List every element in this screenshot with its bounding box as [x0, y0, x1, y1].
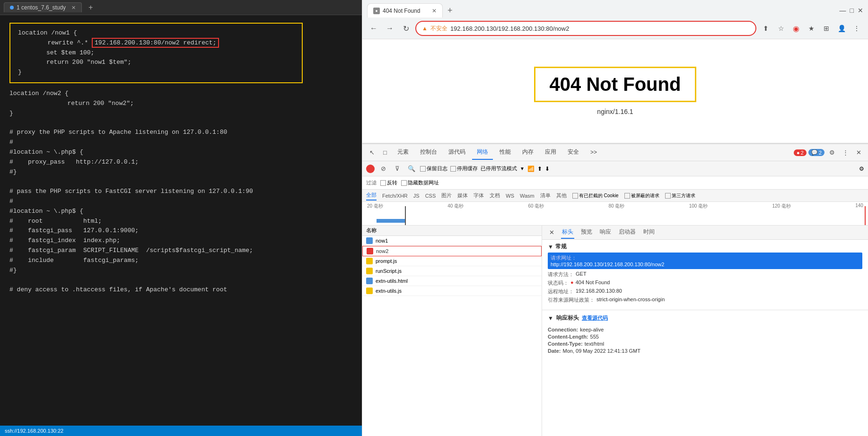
- blocked-filter: 被屏蔽的请求: [624, 192, 659, 199]
- devtools-tab-elements[interactable]: 元素: [393, 145, 413, 160]
- net-tab-media[interactable]: 媒体: [457, 191, 468, 200]
- devtools-cursor-icon[interactable]: ↖: [366, 147, 377, 158]
- devtools-tab-network[interactable]: 网络: [472, 145, 493, 160]
- menu-icon[interactable]: ⋮: [850, 22, 863, 35]
- preserve-log-checkbox[interactable]: [420, 166, 426, 172]
- blocked-checkbox[interactable]: [624, 193, 630, 199]
- devtools-tab-memory[interactable]: 内存: [517, 145, 538, 160]
- search-button[interactable]: 🔍: [406, 163, 417, 174]
- devtools-tab-security[interactable]: 安全: [563, 145, 584, 160]
- favorites-icon[interactable]: ★: [805, 22, 818, 35]
- net-tab-js[interactable]: JS: [413, 192, 420, 200]
- share-icon[interactable]: ⬆: [759, 22, 772, 35]
- close-window-button[interactable]: ✕: [858, 7, 863, 14]
- details-close-button[interactable]: ✕: [546, 227, 557, 238]
- devtools-device-icon[interactable]: □: [379, 147, 391, 158]
- referrer-policy-row: 引荐来源网址政策： strict-origin-when-cross-origi…: [548, 296, 862, 304]
- request-url-row: 请求网址： http://192.168.200.130/192.168.200…: [548, 253, 862, 269]
- throttle-select[interactable]: 已停用节流模式: [481, 165, 517, 172]
- devtools-close-icon[interactable]: ✕: [853, 147, 864, 158]
- browser-tab-active[interactable]: ● 404 Not Found ✕: [367, 3, 443, 17]
- browser-chrome: ● 404 Not Found ✕ + — □ ✕ ← → ↻ ▲ 不安全 19…: [362, 0, 868, 39]
- tab-close-button[interactable]: ✕: [432, 8, 437, 14]
- network-list: 名称 now1 now2 prompt.js: [362, 226, 542, 436]
- network-item-now1[interactable]: now1: [362, 236, 542, 246]
- minimize-button[interactable]: —: [840, 7, 846, 14]
- net-tab-img[interactable]: 图片: [441, 191, 452, 200]
- download-icon[interactable]: ⬇: [545, 166, 550, 172]
- forward-button[interactable]: →: [383, 22, 396, 35]
- detail-tab-timing[interactable]: 时间: [642, 226, 656, 239]
- devtools-header: ↖ □ 元素 控制台 源代码 网络 性能 内存 应用 安全 >> ● 2 💬 2…: [362, 144, 868, 161]
- net-tab-fetch[interactable]: Fetch/XHR: [382, 192, 408, 200]
- network-item-now2[interactable]: now2: [362, 246, 542, 256]
- info-icon: 💬: [811, 149, 818, 156]
- net-tab-ws[interactable]: WS: [506, 192, 514, 200]
- new-tab-button[interactable]: +: [445, 5, 456, 17]
- detail-tab-headers[interactable]: 标头: [561, 226, 574, 239]
- devtools-tab-performance[interactable]: 性能: [495, 145, 516, 160]
- net-tab-doc[interactable]: 文档: [490, 191, 500, 200]
- devtools-panel: ↖ □ 元素 控制台 源代码 网络 性能 内存 应用 安全 >> ● 2 💬 2…: [362, 143, 868, 436]
- address-bar[interactable]: ▲ 不安全 192.168.200.130/192.168.200.130:80…: [415, 21, 756, 36]
- view-source-link[interactable]: 查看源代码: [582, 314, 608, 322]
- stop-button[interactable]: ⊘: [377, 163, 389, 174]
- net-row-icon-now1: [366, 237, 373, 244]
- devtools-more-icon[interactable]: ⋮: [840, 147, 851, 158]
- devtools-settings-right[interactable]: ⚙: [859, 166, 864, 172]
- chevron-down-icon[interactable]: ▼: [520, 166, 525, 171]
- devtools-tab-application[interactable]: 应用: [540, 145, 561, 160]
- back-button[interactable]: ←: [367, 22, 380, 35]
- net-tab-css[interactable]: CSS: [425, 192, 436, 200]
- net-tab-font[interactable]: 字体: [473, 191, 484, 200]
- response-section-label: 响应标头: [556, 314, 579, 322]
- net-tab-other[interactable]: 其他: [556, 191, 567, 200]
- response-collapse-icon[interactable]: ▼: [548, 315, 553, 322]
- network-item-promptjs[interactable]: prompt.js: [362, 256, 542, 266]
- comment-10: # fastcgi_pass 127.0.0.1:9000;: [9, 226, 352, 236]
- info-badge: 💬 2: [808, 149, 824, 156]
- request-method-value: GET: [576, 271, 587, 278]
- network-item-extn-js[interactable]: extn-utils.js: [362, 286, 542, 296]
- third-party-checkbox[interactable]: [665, 193, 671, 199]
- header-connection: Connection: keep-alive: [548, 327, 862, 332]
- filter-label: 过滤: [366, 179, 377, 186]
- profile-icon[interactable]: 👤: [835, 22, 848, 35]
- devtools-tab-more[interactable]: >>: [586, 146, 602, 159]
- devtools-tab-console[interactable]: 控制台: [415, 145, 442, 160]
- network-item-runscript[interactable]: runScript.js: [362, 266, 542, 276]
- network-type-tabs: 全部 Fetch/XHR JS CSS 图片 媒体 字体 文档 WS Wasm …: [362, 190, 868, 202]
- general-collapse-icon[interactable]: ▼: [548, 244, 553, 250]
- devtools-settings-icon[interactable]: ⚙: [826, 147, 838, 158]
- detail-tab-initiator[interactable]: 启动器: [618, 226, 637, 239]
- browser-toolbar-actions: ⬆ ☆ ◉ ★ ⊞ 👤 ⋮: [759, 22, 863, 35]
- request-method-row: 请求方法： GET: [548, 271, 862, 278]
- new-terminal-button[interactable]: +: [86, 2, 96, 13]
- header-content-type: Content-Type: text/html: [548, 341, 862, 347]
- record-button[interactable]: [366, 165, 375, 173]
- detail-tab-preview[interactable]: 预览: [580, 226, 593, 239]
- upload-icon[interactable]: ⬆: [537, 166, 542, 172]
- cookie-checkbox[interactable]: [572, 193, 578, 199]
- terminal-tab-active[interactable]: 1 centos_7.6_study ✕: [4, 2, 82, 12]
- extension-icon[interactable]: ◉: [789, 22, 803, 35]
- browser-panel: ● 404 Not Found ✕ + — □ ✕ ← → ↻ ▲ 不安全 19…: [362, 0, 868, 436]
- comment-blank2: [9, 275, 352, 285]
- invert-checkbox[interactable]: [380, 180, 386, 186]
- bookmark-icon[interactable]: ☆: [774, 22, 788, 35]
- refresh-button[interactable]: ↻: [399, 22, 412, 35]
- extensions-icon[interactable]: ⊞: [820, 22, 833, 35]
- net-tab-all[interactable]: 全部: [366, 191, 377, 201]
- network-item-extn-html[interactable]: extn-utils.html: [362, 276, 542, 286]
- hide-data-checkbox[interactable]: [401, 180, 407, 186]
- response-section-title[interactable]: ▼ 响应标头 查看源代码: [542, 312, 868, 324]
- maximize-button[interactable]: □: [850, 7, 854, 14]
- net-tab-manifest[interactable]: 清单: [540, 191, 551, 200]
- tab-close[interactable]: ✕: [71, 5, 76, 11]
- detail-tab-response[interactable]: 响应: [599, 226, 612, 239]
- net-tab-wasm[interactable]: Wasm: [520, 192, 535, 200]
- date-key: Date:: [548, 348, 561, 354]
- devtools-tab-sources[interactable]: 源代码: [444, 145, 470, 160]
- filter-button[interactable]: ⊽: [392, 163, 403, 174]
- disable-cache-checkbox[interactable]: [450, 166, 456, 172]
